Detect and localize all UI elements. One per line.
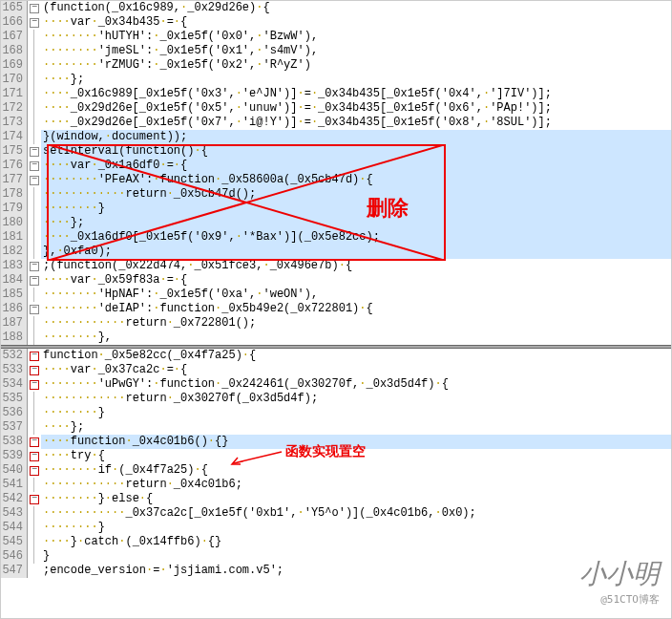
code-line[interactable]: 188 ········},: [1, 331, 671, 345]
fold-marker[interactable]: [28, 273, 41, 288]
fold-marker[interactable]: [28, 316, 41, 331]
code-content[interactable]: ····};: [41, 420, 671, 435]
fold-marker[interactable]: [28, 449, 41, 463]
code-line[interactable]: 187 ············return·_0x722801();: [1, 316, 671, 331]
code-line[interactable]: 535 ············return·_0x30270f(_0x3d5d…: [1, 392, 671, 406]
fold-marker[interactable]: [28, 420, 41, 435]
fold-marker[interactable]: [28, 44, 41, 58]
fold-marker[interactable]: [28, 302, 41, 316]
fold-marker[interactable]: [28, 230, 41, 245]
fold-marker[interactable]: [28, 130, 41, 144]
fold-marker[interactable]: [28, 144, 41, 159]
fold-marker[interactable]: [28, 521, 41, 535]
code-line[interactable]: 167 ········'hUTYH':·_0x1e5f('0x0',·'Bzw…: [1, 30, 671, 44]
code-content[interactable]: ········}·else·{: [41, 492, 671, 506]
fold-marker[interactable]: [28, 331, 41, 345]
code-content[interactable]: ····}·catch·(_0x14ffb6)·{}: [41, 535, 671, 549]
code-line[interactable]: 174 }(window,·document));: [1, 130, 671, 144]
code-content[interactable]: ············_0x37ca2c[_0x1e5f('0xb1',·'Y…: [41, 506, 671, 521]
code-content[interactable]: ········'HpNAF':·_0x1e5f('0xa',·'weON'),: [41, 288, 671, 302]
code-line[interactable]: 184 ····var·_0x59f83a·=·{: [1, 273, 671, 288]
code-line[interactable]: 168 ········'jmeSL':·_0x1e5f('0x1',·'s4m…: [1, 44, 671, 58]
code-content[interactable]: ····var·_0x37ca2c·=·{: [41, 363, 671, 377]
fold-marker[interactable]: [28, 187, 41, 202]
fold-marker[interactable]: [28, 159, 41, 173]
code-content[interactable]: ············return·_0x722801();: [41, 316, 671, 331]
fold-marker[interactable]: [28, 216, 41, 230]
code-line[interactable]: 171 ····_0x16c989[_0x1e5f('0x3',·'e^JN')…: [1, 87, 671, 101]
fold-marker[interactable]: [28, 73, 41, 87]
code-line[interactable]: 534 ········'uPwGY':·function·_0x242461(…: [1, 377, 671, 392]
fold-marker[interactable]: [28, 349, 41, 363]
fold-marker[interactable]: [28, 549, 41, 564]
fold-marker[interactable]: [28, 535, 41, 549]
code-content[interactable]: ····_0x16c989[_0x1e5f('0x3',·'e^JN')]·=·…: [41, 87, 671, 101]
fold-marker[interactable]: [28, 15, 41, 30]
fold-marker[interactable]: [28, 87, 41, 101]
fold-marker[interactable]: [28, 377, 41, 392]
fold-marker[interactable]: [28, 1, 41, 15]
fold-marker[interactable]: [28, 463, 41, 478]
code-content[interactable]: ········},: [41, 331, 671, 345]
code-line[interactable]: 545 ····}·catch·(_0x14ffb6)·{}: [1, 535, 671, 549]
code-line[interactable]: 165 (function(_0x16c989,·_0x29d26e)·{: [1, 1, 671, 15]
code-line[interactable]: 544 ········}: [1, 521, 671, 535]
code-line[interactable]: 532 function·_0x5e82cc(_0x4f7a25)·{: [1, 349, 671, 363]
code-content[interactable]: }: [41, 549, 671, 564]
code-line[interactable]: 172 ····_0x29d26e[_0x1e5f('0x5',·'unuw')…: [1, 101, 671, 116]
code-line[interactable]: 183 ;(function(_0x22d474,·_0x51fce3,·_0x…: [1, 259, 671, 273]
fold-marker[interactable]: [28, 564, 41, 578]
fold-marker[interactable]: [28, 363, 41, 377]
code-line[interactable]: 547 ;encode_version·=·'jsjiami.com.v5';: [1, 564, 671, 578]
code-content[interactable]: ;(function(_0x22d474,·_0x51fce3,·_0x496e…: [41, 259, 671, 273]
code-line[interactable]: 185 ········'HpNAF':·_0x1e5f('0xa',·'weO…: [1, 288, 671, 302]
code-content[interactable]: ····var·_0x34b435·=·{: [41, 15, 671, 30]
fold-marker[interactable]: [28, 173, 41, 187]
code-content[interactable]: ········'deIAP':·function·_0x5b49e2(_0x7…: [41, 302, 671, 316]
fold-marker[interactable]: [28, 116, 41, 130]
code-content[interactable]: ····var·_0x59f83a·=·{: [41, 273, 671, 288]
code-content[interactable]: ····_0x29d26e[_0x1e5f('0x7',·'i@!Y')]·=·…: [41, 116, 671, 130]
code-content[interactable]: ········'rZMUG':·_0x1e5f('0x2',·'R^yZ'): [41, 58, 671, 73]
fold-marker[interactable]: [28, 30, 41, 44]
code-line[interactable]: 542 ········}·else·{: [1, 492, 671, 506]
code-line[interactable]: 537 ····};: [1, 420, 671, 435]
code-content[interactable]: ;encode_version·=·'jsjiami.com.v5';: [41, 564, 671, 578]
code-line[interactable]: 540 ········if·(_0x4f7a25)·{: [1, 463, 671, 478]
fold-marker[interactable]: [28, 492, 41, 506]
code-line[interactable]: 536 ········}: [1, 406, 671, 420]
code-line[interactable]: 541 ············return·_0x4c01b6;: [1, 478, 671, 492]
fold-marker[interactable]: [28, 202, 41, 216]
code-content[interactable]: ············return·_0x4c01b6;: [41, 478, 671, 492]
code-area[interactable]: 165 (function(_0x16c989,·_0x29d26e)·{ 16…: [1, 1, 671, 618]
code-content[interactable]: ····_0x29d26e[_0x1e5f('0x5',·'unuw')]·=·…: [41, 101, 671, 116]
fold-marker[interactable]: [28, 392, 41, 406]
code-line[interactable]: 543 ············_0x37ca2c[_0x1e5f('0xb1'…: [1, 506, 671, 521]
fold-marker[interactable]: [28, 58, 41, 73]
fold-marker[interactable]: [28, 478, 41, 492]
code-content[interactable]: ········if·(_0x4f7a25)·{: [41, 463, 671, 478]
fold-marker[interactable]: [28, 245, 41, 259]
code-line[interactable]: 186 ········'deIAP':·function·_0x5b49e2(…: [1, 302, 671, 316]
fold-marker[interactable]: [28, 506, 41, 521]
code-content[interactable]: function·_0x5e82cc(_0x4f7a25)·{: [41, 349, 671, 363]
code-line[interactable]: 173 ····_0x29d26e[_0x1e5f('0x7',·'i@!Y')…: [1, 116, 671, 130]
code-content[interactable]: ········'uPwGY':·function·_0x242461(_0x3…: [41, 377, 671, 392]
code-content[interactable]: ········'hUTYH':·_0x1e5f('0x0',·'BzwW'),: [41, 30, 671, 44]
fold-marker[interactable]: [28, 406, 41, 420]
fold-marker[interactable]: [28, 288, 41, 302]
code-content[interactable]: ········}: [41, 406, 671, 420]
code-content[interactable]: ····};: [41, 73, 671, 87]
code-line[interactable]: 533 ····var·_0x37ca2c·=·{: [1, 363, 671, 377]
code-content[interactable]: ············return·_0x30270f(_0x3d5d4f);: [41, 392, 671, 406]
code-line[interactable]: 170 ····};: [1, 73, 671, 87]
code-line[interactable]: 546 }: [1, 549, 671, 564]
code-content[interactable]: }(window,·document));: [41, 130, 671, 144]
code-content[interactable]: (function(_0x16c989,·_0x29d26e)·{: [41, 1, 671, 15]
code-content[interactable]: ········'jmeSL':·_0x1e5f('0x1',·'s4mV'),: [41, 44, 671, 58]
code-line[interactable]: 169 ········'rZMUG':·_0x1e5f('0x2',·'R^y…: [1, 58, 671, 73]
fold-marker[interactable]: [28, 259, 41, 273]
code-content[interactable]: ········}: [41, 521, 671, 535]
fold-marker[interactable]: [28, 435, 41, 449]
fold-marker[interactable]: [28, 101, 41, 116]
